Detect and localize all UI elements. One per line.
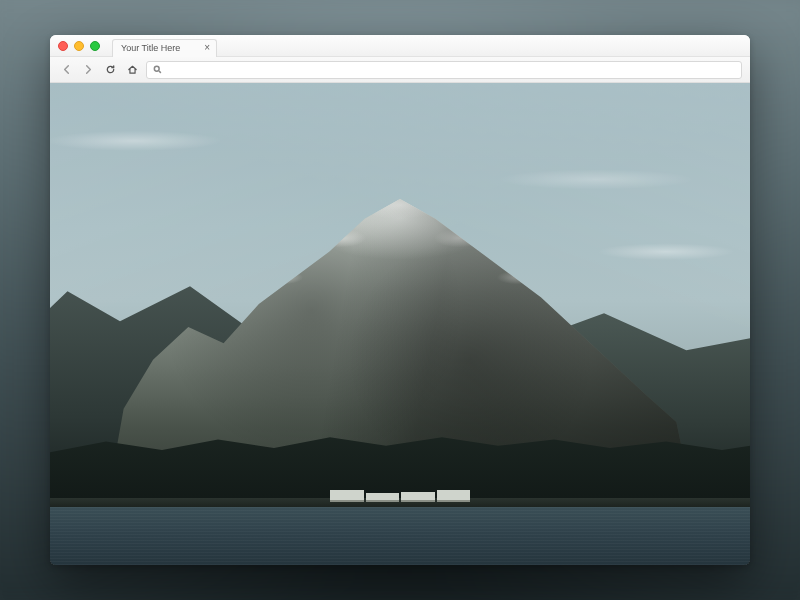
reload-icon [105,64,116,75]
browser-tab[interactable]: Your Title Here × [112,39,217,57]
window-titlebar: Your Title Here × [50,35,750,57]
home-icon [127,64,138,75]
close-tab-icon[interactable]: × [204,43,210,53]
forward-button[interactable] [80,62,96,78]
browser-window: Your Title Here × [50,35,750,565]
tab-title: Your Title Here [121,43,180,53]
minimize-window-button[interactable] [74,41,84,51]
address-bar[interactable] [146,61,742,79]
search-icon [153,65,162,74]
page-viewport [50,83,750,565]
svg-point-0 [154,66,159,71]
content-buildings [330,490,470,502]
arrow-left-icon [61,64,72,75]
close-window-button[interactable] [58,41,68,51]
browser-toolbar [50,57,750,83]
content-lake [50,507,750,565]
reload-button[interactable] [102,62,118,78]
home-button[interactable] [124,62,140,78]
back-button[interactable] [58,62,74,78]
window-controls [58,41,100,51]
zoom-window-button[interactable] [90,41,100,51]
arrow-right-icon [83,64,94,75]
